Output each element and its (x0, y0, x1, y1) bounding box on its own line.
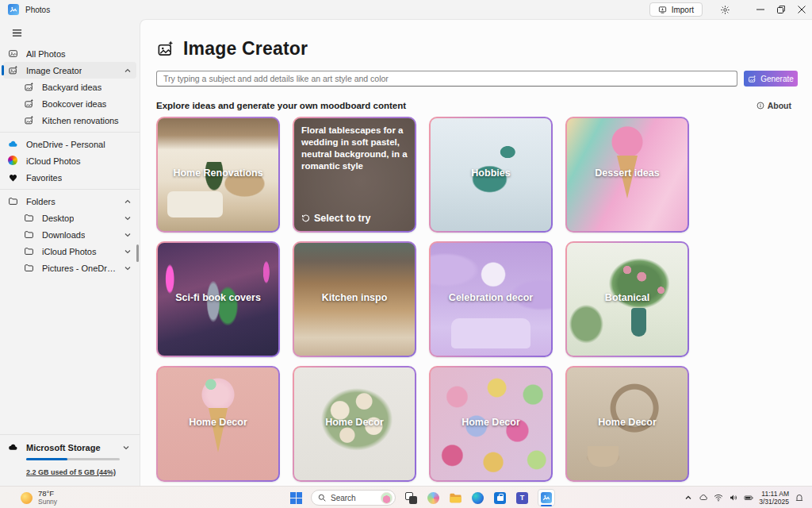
search-icon (318, 494, 326, 502)
start-button[interactable] (290, 492, 302, 504)
image-creator-icon (24, 98, 34, 109)
search-label: Search (331, 494, 356, 502)
chevron-down-icon[interactable] (124, 264, 132, 272)
sidebar-item-label: Desktop (42, 214, 74, 223)
sidebar-item-desktop[interactable]: Desktop (3, 210, 136, 226)
photos-app-icon (8, 4, 19, 15)
overlay-prompt-text: Floral tablescapes for a wedding in soft… (301, 125, 408, 172)
sidebar-item-favorites[interactable]: Favorites (3, 169, 136, 186)
sidebar-item-label: Bookcover ideas (42, 99, 106, 109)
generate-button[interactable]: Generate (744, 71, 798, 87)
titlebar-app: Photos (8, 4, 50, 15)
idea-card-kitchen-inspo[interactable]: Kitchen inspo (293, 241, 416, 357)
info-icon (756, 102, 764, 110)
folder-icon (24, 213, 34, 223)
image-creator-icon (24, 115, 34, 125)
import-button[interactable]: Import (649, 2, 703, 17)
chevron-up-icon[interactable] (124, 198, 132, 206)
window-title: Photos (25, 6, 50, 14)
tray-chevron-up-icon[interactable] (684, 493, 693, 502)
sidebar-item-onedrive-personal[interactable]: OneDrive - Personal (3, 136, 136, 152)
page-header: Image Creator (156, 38, 308, 60)
generate-sparkle-icon (748, 75, 756, 83)
sidebar-item-icloud-photos[interactable]: iCloud Photos (3, 152, 136, 169)
sidebar-item-pictures-onedrive[interactable]: Pictures - OneDrive Personal (3, 260, 136, 276)
sidebar-item-backyard-ideas[interactable]: Backyard ideas (3, 79, 136, 95)
idea-card-floral-prompt[interactable]: Floral tablescapes for a wedding in soft… (293, 117, 416, 233)
copilot-icon[interactable] (427, 491, 440, 505)
idea-card-dessert-ideas[interactable]: Dessert ideas (565, 117, 689, 233)
app-body: All Photos Image Creator Backyard ideas … (0, 19, 812, 486)
close-button[interactable] (791, 0, 812, 19)
storage-usage-link[interactable]: 2.2 GB used of 5 GB (44%) (26, 468, 116, 476)
image-creator-icon (24, 82, 34, 92)
microsoft-store-icon[interactable] (493, 491, 507, 505)
battery-icon[interactable] (744, 493, 753, 502)
sidebar-item-label: Folders (26, 197, 56, 206)
sidebar-item-icloud-photos-folder[interactable]: iCloud Photos (3, 243, 136, 260)
idea-card-home-decor-2[interactable]: Home Decor (293, 366, 416, 482)
idea-card-grid: Home Renovations Floral tablescapes for … (156, 117, 689, 482)
idea-card-home-decor-3[interactable]: Home Decor (429, 366, 553, 482)
sidebar: All Photos Image Creator Backyard ideas … (0, 19, 140, 486)
taskbar-search[interactable]: Search (311, 490, 396, 506)
weather-widget[interactable]: 78°F Sunny (21, 488, 57, 507)
chevron-up-icon[interactable] (124, 67, 132, 75)
card-image (431, 368, 551, 480)
hamburger-menu-icon[interactable] (7, 25, 26, 40)
file-explorer-icon[interactable] (449, 491, 462, 505)
prompt-row: Generate (156, 71, 798, 87)
sidebar-item-all-photos[interactable]: All Photos (3, 45, 136, 62)
idea-card-botanical[interactable]: Botanical (565, 241, 689, 357)
storage-progress-fill (26, 458, 67, 460)
chevron-down-icon[interactable] (124, 248, 132, 256)
chevron-down-icon[interactable] (122, 444, 130, 452)
maximize-restore-button[interactable] (771, 0, 791, 19)
microsoft-storage-header[interactable]: Microsoft Storage (8, 442, 132, 452)
idea-card-scifi-book-covers[interactable]: Sci-fi book covers (156, 241, 280, 357)
notification-bell-icon[interactable] (795, 493, 804, 502)
card-image (294, 243, 415, 356)
volume-icon[interactable] (729, 493, 738, 502)
prompt-input[interactable] (156, 71, 737, 87)
page-title: Image Creator (183, 38, 308, 60)
sun-icon (21, 492, 33, 504)
idea-card-home-renovations[interactable]: Home Renovations (156, 117, 280, 233)
sidebar-item-label: Kitchen renovations (42, 116, 119, 125)
onedrive-tray-icon[interactable] (699, 493, 708, 502)
sidebar-scrollbar[interactable] (136, 244, 139, 262)
storage-progress-bar (26, 458, 120, 460)
sidebar-item-label: Favorites (26, 173, 62, 183)
sidebar-item-kitchen-renovations[interactable]: Kitchen renovations (3, 112, 136, 129)
folder-icon (24, 246, 34, 256)
taskbar-clock[interactable]: 11:11 AM 3/31/2025 (759, 490, 789, 506)
sidebar-divider (0, 132, 140, 133)
select-to-try-action[interactable]: Select to try (301, 213, 408, 224)
wifi-icon[interactable] (714, 493, 723, 502)
task-view-icon[interactable] (404, 491, 418, 505)
about-link[interactable]: About (756, 101, 791, 110)
folder-icon (24, 229, 34, 240)
photos-taskbar-icon[interactable] (538, 489, 555, 506)
card-image (567, 118, 688, 231)
sidebar-item-image-creator[interactable]: Image Creator (3, 62, 136, 79)
chevron-down-icon[interactable] (124, 214, 132, 222)
photos-app-icon (541, 492, 552, 503)
idea-card-home-decor-4[interactable]: Home Decor (565, 366, 689, 482)
teams-icon[interactable]: T (515, 491, 529, 505)
search-highlight-image (381, 492, 393, 504)
settings-gear-icon[interactable] (714, 1, 736, 18)
cloud-storage-icon (8, 442, 18, 452)
sidebar-item-folders[interactable]: Folders (3, 193, 136, 210)
minimize-button[interactable] (750, 0, 771, 19)
sidebar-item-downloads[interactable]: Downloads (3, 226, 136, 243)
idea-card-hobbies[interactable]: Hobbies (429, 117, 553, 233)
idea-card-home-decor-1[interactable]: Home Decor (156, 366, 280, 482)
idea-card-celebration-decor[interactable]: Celebration decor (429, 241, 553, 357)
select-to-try-icon (301, 214, 310, 223)
sidebar-item-bookcover-ideas[interactable]: Bookcover ideas (3, 95, 136, 112)
edge-browser-icon[interactable] (471, 491, 485, 505)
chevron-down-icon[interactable] (124, 231, 132, 239)
generate-label: Generate (760, 75, 794, 83)
weather-temp: 78°F (38, 490, 57, 498)
